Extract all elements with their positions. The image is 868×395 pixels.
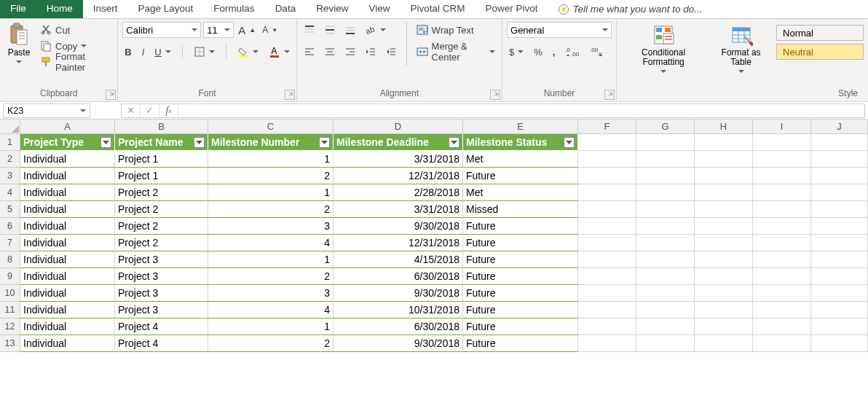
cell[interactable] — [811, 218, 868, 235]
align-middle-button[interactable] — [322, 22, 338, 38]
percent-format-button[interactable]: % — [532, 44, 545, 60]
cell[interactable]: 3/31/2018 — [334, 201, 463, 218]
cell[interactable]: Met — [463, 184, 578, 201]
cell[interactable] — [811, 235, 868, 251]
column-header[interactable]: H — [695, 120, 753, 134]
cell[interactable] — [695, 168, 753, 184]
cell[interactable]: 4 — [208, 302, 334, 318]
cell[interactable] — [695, 335, 753, 352]
filter-dropdown-icon[interactable] — [319, 137, 330, 148]
cell[interactable] — [753, 335, 811, 352]
cell[interactable] — [695, 285, 753, 302]
cell[interactable] — [578, 335, 636, 352]
wrap-text-button[interactable]: ab Wrap Text — [414, 22, 497, 38]
cancel-formula-button[interactable]: ✕ — [122, 104, 141, 117]
cell[interactable]: Future — [463, 335, 578, 352]
comma-format-button[interactable]: , — [551, 44, 558, 60]
cell[interactable]: Individual — [20, 184, 115, 201]
cell[interactable] — [753, 251, 811, 268]
row-header[interactable]: 4 — [0, 184, 20, 201]
cell[interactable] — [811, 201, 868, 218]
row-header[interactable]: 8 — [0, 251, 20, 268]
cell[interactable] — [578, 168, 636, 184]
row-header[interactable]: 2 — [0, 151, 20, 168]
cell[interactable]: Project 4 — [115, 335, 208, 352]
cell[interactable]: 4/15/2018 — [334, 251, 463, 268]
cell[interactable] — [753, 302, 811, 318]
row-header[interactable]: 1 — [0, 134, 20, 151]
cell[interactable] — [636, 168, 695, 184]
cell[interactable]: 6/30/2018 — [334, 318, 463, 335]
tab-home[interactable]: Home — [36, 0, 83, 18]
orientation-button[interactable]: ab — [363, 22, 388, 38]
cell[interactable] — [753, 134, 811, 151]
cell[interactable]: Future — [463, 168, 578, 184]
cell[interactable]: Future — [463, 251, 578, 268]
cell[interactable] — [811, 168, 868, 184]
row-header[interactable]: 5 — [0, 201, 20, 218]
cell[interactable] — [811, 318, 868, 335]
enter-formula-button[interactable]: ✓ — [141, 104, 159, 117]
cell[interactable] — [811, 184, 868, 201]
cell[interactable] — [578, 201, 636, 218]
row-header[interactable]: 9 — [0, 268, 20, 285]
cell[interactable]: Project 3 — [115, 285, 208, 302]
decrease-indent-button[interactable] — [363, 44, 379, 60]
cell[interactable]: 4 — [208, 235, 334, 251]
cell[interactable]: 2 — [208, 268, 334, 285]
cell[interactable] — [578, 285, 636, 302]
cell[interactable]: Individual — [20, 168, 115, 184]
name-box[interactable]: K23 — [3, 103, 90, 118]
cell[interactable]: 9/30/2018 — [334, 218, 463, 235]
increase-font-button[interactable]: A▲ — [236, 22, 258, 38]
cell[interactable] — [753, 235, 811, 251]
row-header[interactable]: 10 — [0, 285, 20, 302]
cell[interactable] — [811, 251, 868, 268]
tab-formulas[interactable]: Formulas — [203, 0, 264, 18]
cell[interactable] — [695, 201, 753, 218]
cell[interactable]: Individual — [20, 151, 115, 168]
table-header-cell[interactable]: Milestone Number — [208, 134, 334, 151]
increase-decimal-button[interactable]: .0.00 — [563, 44, 582, 60]
tab-page-layout[interactable]: Page Layout — [128, 0, 204, 18]
select-all-button[interactable] — [0, 120, 20, 134]
cell[interactable] — [811, 134, 868, 151]
number-format-combo[interactable]: General — [507, 22, 612, 38]
cell[interactable] — [636, 268, 695, 285]
cell[interactable] — [636, 235, 695, 251]
cell[interactable] — [695, 218, 753, 235]
cell[interactable]: 1 — [208, 151, 334, 168]
cell[interactable] — [636, 335, 695, 352]
font-size-combo[interactable]: 11 — [203, 22, 234, 38]
cell[interactable] — [578, 235, 636, 251]
cell[interactable] — [753, 268, 811, 285]
bold-button[interactable]: B — [122, 44, 133, 60]
cell[interactable]: 3/31/2018 — [334, 151, 463, 168]
decrease-font-button[interactable]: A▼ — [260, 22, 280, 38]
tab-data[interactable]: Data — [265, 0, 307, 18]
cell[interactable] — [753, 168, 811, 184]
decrease-decimal-button[interactable]: .00.0 — [588, 44, 607, 60]
cell[interactable] — [695, 134, 753, 151]
row-header[interactable]: 12 — [0, 318, 20, 335]
tab-power-pivot[interactable]: Power Pivot — [475, 0, 548, 18]
cell[interactable]: Met — [463, 151, 578, 168]
column-header[interactable]: J — [811, 120, 868, 134]
dialog-launcher-alignment[interactable]: ⇲ — [490, 90, 500, 100]
cell[interactable]: Individual — [20, 268, 115, 285]
cell[interactable]: Future — [463, 318, 578, 335]
row-header[interactable]: 6 — [0, 218, 20, 235]
cell[interactable] — [578, 134, 636, 151]
cell[interactable] — [636, 184, 695, 201]
cell[interactable] — [695, 151, 753, 168]
cell[interactable] — [695, 184, 753, 201]
cell[interactable] — [695, 318, 753, 335]
row-header[interactable]: 13 — [0, 335, 20, 352]
cell[interactable]: Project 3 — [115, 302, 208, 318]
cell[interactable] — [753, 184, 811, 201]
cell[interactable]: 3 — [208, 218, 334, 235]
filter-dropdown-icon[interactable] — [100, 137, 111, 148]
merge-center-button[interactable]: Merge & Center — [414, 44, 497, 60]
align-bottom-button[interactable] — [342, 22, 358, 38]
fill-color-button[interactable] — [235, 44, 261, 60]
